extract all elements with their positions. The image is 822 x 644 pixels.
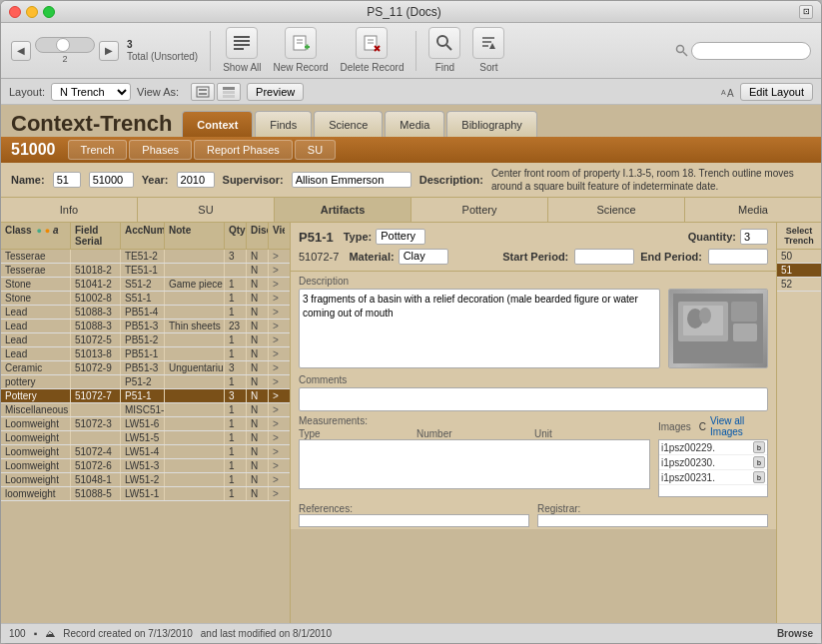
year-field[interactable]	[177, 172, 215, 188]
images-header: Images C View all Images	[658, 415, 768, 437]
image-item[interactable]: i1psz00230. b	[659, 455, 767, 470]
td-view[interactable]: >	[269, 250, 285, 263]
td-view[interactable]: >	[269, 292, 285, 305]
td-view[interactable]: >	[269, 403, 285, 416]
description-content[interactable]: 3 fragments of a basin with a relief dec…	[299, 289, 660, 368]
td-view[interactable]: >	[269, 473, 285, 486]
table-row[interactable]: Loomweight 51072-4 LW51-4 1 N >	[1, 445, 290, 459]
table-icon-orange: ●	[45, 226, 50, 236]
view-form-button[interactable]	[191, 83, 215, 101]
layout-bar: Layout: N Trench View As: Preview AA Edi…	[1, 79, 821, 105]
table-row[interactable]: Tesserae TE51-2 3 N >	[1, 250, 290, 264]
svg-point-36	[699, 308, 711, 323]
table-row[interactable]: loomweight 51088-5 LW51-1 1 N >	[1, 487, 290, 501]
quantity-field[interactable]	[740, 229, 768, 245]
artifact-id-1: P51-1	[299, 230, 334, 245]
type-value[interactable]: Pottery	[376, 229, 425, 245]
data-tabs-row: Info SU Artifacts Pottery Science Media	[1, 198, 821, 223]
td-view[interactable]: >	[269, 389, 285, 402]
forward-button[interactable]: ▶	[99, 41, 119, 61]
td-accnum: LW51-2	[121, 473, 165, 486]
td-view[interactable]: >	[269, 320, 285, 332]
data-tab-media[interactable]: Media	[685, 198, 821, 222]
data-tab-info[interactable]: Info	[1, 198, 138, 222]
maximize-button[interactable]	[43, 6, 55, 18]
show-all-button[interactable]: Show All	[223, 27, 261, 74]
td-view[interactable]: >	[269, 487, 285, 500]
record-created-text: Record created on 7/13/2010	[63, 628, 193, 639]
sub-tab-phases[interactable]: Phases	[129, 140, 192, 160]
sort-button[interactable]: Sort	[472, 27, 504, 74]
resize-button[interactable]: ⊡	[799, 5, 813, 19]
td-view[interactable]: >	[269, 459, 285, 472]
td-view[interactable]: >	[269, 306, 285, 319]
record-number: 51000	[11, 141, 66, 159]
table-row[interactable]: Loomweight LW51-5 1 N >	[1, 431, 290, 445]
name-field-2[interactable]	[89, 172, 134, 188]
supervisor-field[interactable]	[292, 172, 411, 188]
measurements-body[interactable]	[299, 439, 650, 489]
tab-finds[interactable]: Finds	[255, 111, 312, 137]
start-period-field[interactable]	[574, 249, 634, 265]
material-value[interactable]: Clay	[399, 249, 448, 265]
td-view[interactable]: >	[269, 264, 285, 277]
find-button[interactable]: Find	[428, 27, 460, 74]
data-tab-artifacts[interactable]: Artifacts	[275, 198, 411, 222]
trench-item[interactable]: 50	[777, 250, 821, 264]
data-tab-science[interactable]: Science	[548, 198, 685, 222]
table-row[interactable]: Lead 51013-8 PB51-1 1 N >	[1, 347, 290, 361]
trench-item[interactable]: 52	[777, 278, 821, 292]
table-row[interactable]: Tesserae 51018-2 TE51-1 N >	[1, 264, 290, 278]
sub-tab-report-phases[interactable]: Report Phases	[194, 140, 293, 160]
name-field-1[interactable]	[53, 172, 81, 188]
tab-context[interactable]: Context	[182, 111, 253, 137]
data-tab-pottery[interactable]: Pottery	[411, 198, 548, 222]
td-view[interactable]: >	[269, 278, 285, 291]
minimize-button[interactable]	[26, 6, 38, 18]
registrar-field[interactable]	[537, 514, 768, 527]
search-input[interactable]	[691, 42, 811, 60]
table-row[interactable]: Loomweight 51072-3 LW51-6 1 N >	[1, 417, 290, 431]
view-all-images-link[interactable]: View all Images	[710, 415, 768, 437]
data-tab-su[interactable]: SU	[138, 198, 275, 222]
table-row[interactable]: Miscellaneous MISC51-1 1 N >	[1, 403, 290, 417]
tab-bibliography[interactable]: Bibliography	[446, 111, 537, 137]
td-view[interactable]: >	[269, 361, 285, 374]
sub-tab-trench[interactable]: Trench	[68, 140, 128, 160]
layout-select[interactable]: N Trench	[51, 83, 131, 101]
table-row[interactable]: Stone 51002-8 S51-1 1 N >	[1, 292, 290, 306]
td-view[interactable]: >	[269, 431, 285, 444]
table-row[interactable]: Stone 51041-2 S51-2 Game piece 1 N >	[1, 278, 290, 292]
image-item[interactable]: i1psz00231. b	[659, 470, 767, 485]
record-slider[interactable]	[35, 37, 95, 53]
find-icon	[428, 27, 460, 59]
td-view[interactable]: >	[269, 347, 285, 360]
references-field[interactable]	[299, 514, 529, 527]
table-row[interactable]: Lead 51088-3 PB51-4 1 N >	[1, 306, 290, 320]
tab-media[interactable]: Media	[385, 111, 444, 137]
table-row[interactable]: Pottery 51072-7 P51-1 3 N >	[1, 389, 290, 403]
trench-item[interactable]: 51	[777, 264, 821, 278]
edit-layout-button[interactable]: Edit Layout	[740, 83, 813, 101]
td-view[interactable]: >	[269, 375, 285, 388]
comments-box[interactable]	[299, 387, 768, 411]
td-view[interactable]: >	[269, 445, 285, 458]
new-record-button[interactable]: New Record	[274, 27, 329, 74]
delete-record-button[interactable]: Delete Record	[341, 27, 405, 74]
table-row[interactable]: Loomweight 51048-1 LW51-2 1 N >	[1, 473, 290, 487]
table-row[interactable]: Lead 51088-3 PB51-3 Thin sheets 23 N >	[1, 320, 290, 333]
close-button[interactable]	[9, 6, 21, 18]
td-view[interactable]: >	[269, 333, 285, 346]
sub-tab-su[interactable]: SU	[295, 140, 336, 160]
preview-button[interactable]: Preview	[247, 83, 304, 101]
td-view[interactable]: >	[269, 417, 285, 430]
end-period-field[interactable]	[708, 249, 768, 265]
view-list-button[interactable]	[217, 83, 241, 101]
table-row[interactable]: pottery P51-2 1 N >	[1, 375, 290, 389]
image-item[interactable]: i1psz00229. b	[659, 440, 767, 455]
table-row[interactable]: Lead 51072-5 PB51-2 1 N >	[1, 333, 290, 347]
back-button[interactable]: ◀	[11, 41, 31, 61]
table-row[interactable]: Loomweight 51072-6 LW51-3 1 N >	[1, 459, 290, 473]
table-row[interactable]: Ceramic 51072-9 PB51-3 Unguentarium 3 N …	[1, 361, 290, 375]
tab-science[interactable]: Science	[314, 111, 383, 137]
